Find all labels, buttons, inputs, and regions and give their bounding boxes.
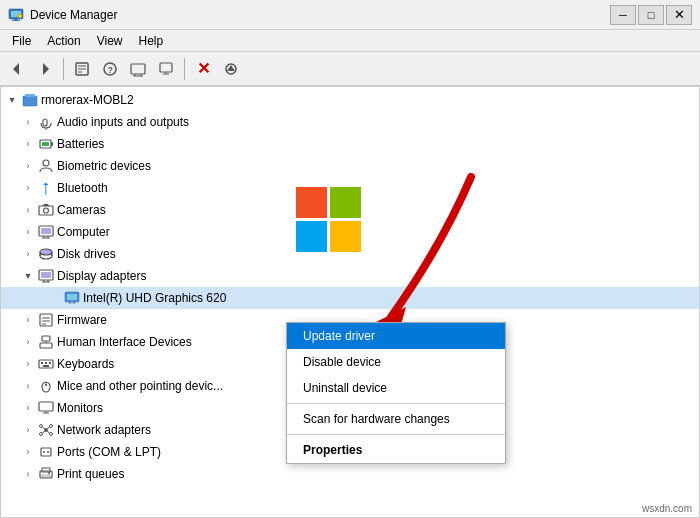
svg-point-71	[40, 433, 43, 436]
computer-icon	[38, 224, 54, 240]
svg-rect-42	[41, 272, 51, 278]
svg-rect-22	[23, 96, 37, 106]
svg-rect-13	[131, 64, 145, 74]
svg-rect-33	[41, 228, 51, 234]
keyboards-expand-icon: ›	[21, 357, 35, 371]
svg-rect-47	[67, 294, 77, 300]
menu-view[interactable]: View	[89, 32, 131, 50]
svg-rect-61	[43, 365, 49, 367]
audio-icon	[38, 114, 54, 130]
batteries-label: Batteries	[57, 137, 104, 151]
context-menu-disable-device[interactable]: Disable device	[287, 349, 505, 375]
svg-line-76	[48, 431, 50, 434]
svg-point-64	[45, 384, 47, 386]
svg-point-29	[43, 160, 49, 166]
monitors-expand-icon: ›	[21, 401, 35, 415]
help-button[interactable]: ?	[97, 56, 123, 82]
firmware-icon	[38, 312, 54, 328]
cameras-icon	[38, 202, 54, 218]
tree-item-audio[interactable]: › Audio inputs and outputs	[1, 111, 699, 133]
svg-rect-3	[12, 20, 20, 21]
network-button[interactable]	[125, 56, 151, 82]
svg-marker-6	[43, 63, 49, 75]
context-menu-scan-hardware[interactable]: Scan for hardware changes	[287, 406, 505, 432]
close-button[interactable]: ✕	[666, 5, 692, 25]
computer-label: Computer	[57, 225, 110, 239]
svg-marker-21	[227, 65, 235, 71]
tree-item-printqueues[interactable]: › Print queues	[1, 463, 699, 485]
context-menu-sep-2	[287, 434, 505, 435]
svg-rect-54	[42, 336, 50, 341]
minimize-button[interactable]: ─	[610, 5, 636, 25]
ports-icon	[38, 444, 54, 460]
svg-rect-58	[41, 362, 43, 364]
audio-label: Audio inputs and outputs	[57, 115, 189, 129]
toolbar-separator-1	[63, 58, 64, 80]
delete-button[interactable]: ✕	[190, 56, 216, 82]
mice-expand-icon: ›	[21, 379, 35, 393]
svg-rect-24	[43, 119, 47, 126]
printqueues-label: Print queues	[57, 467, 124, 481]
ports-label: Ports (COM & LPT)	[57, 445, 161, 459]
humaninterface-label: Human Interface Devices	[57, 335, 192, 349]
svg-point-38	[40, 249, 52, 255]
app-icon	[8, 7, 24, 23]
context-menu-sep-1	[287, 403, 505, 404]
svg-rect-65	[39, 402, 53, 411]
displayadapters-expand-icon: ▼	[21, 269, 35, 283]
tree-item-biometric[interactable]: › Biometric devices	[1, 155, 699, 177]
maximize-button[interactable]: □	[638, 5, 664, 25]
tree-item-batteries[interactable]: › Batteries	[1, 133, 699, 155]
menu-action[interactable]: Action	[39, 32, 88, 50]
svg-point-72	[50, 433, 53, 436]
computer-button[interactable]	[153, 56, 179, 82]
win-quad-red	[296, 187, 327, 218]
svg-rect-77	[41, 448, 51, 456]
context-menu-update-driver[interactable]: Update driver	[287, 323, 505, 349]
tree-item-displayadapters[interactable]: ▼ Display adapters	[1, 265, 699, 287]
menu-help[interactable]: Help	[131, 32, 172, 50]
forward-button[interactable]	[32, 56, 58, 82]
inteluhd-expand-icon	[47, 291, 61, 305]
diskdrives-icon	[38, 246, 54, 262]
firmware-label: Firmware	[57, 313, 107, 327]
root-expand-icon: ▼	[5, 93, 19, 107]
context-menu-uninstall-device[interactable]: Uninstall device	[287, 375, 505, 401]
context-menu: Update driver Disable device Uninstall d…	[286, 322, 506, 464]
svg-point-31	[44, 208, 49, 213]
back-button[interactable]	[4, 56, 30, 82]
svg-rect-17	[160, 63, 172, 72]
svg-rect-27	[51, 142, 53, 146]
diskdrives-expand-icon: ›	[21, 247, 35, 261]
biometric-expand-icon: ›	[21, 159, 35, 173]
update-button[interactable]	[218, 56, 244, 82]
inteluhd-icon	[64, 290, 80, 306]
menu-file[interactable]: File	[4, 32, 39, 50]
biometric-label: Biometric devices	[57, 159, 151, 173]
menu-bar: File Action View Help	[0, 30, 700, 52]
window-controls: ─ □ ✕	[610, 5, 692, 25]
firmware-expand-icon: ›	[21, 313, 35, 327]
properties-button[interactable]	[69, 56, 95, 82]
monitors-label: Monitors	[57, 401, 103, 415]
mice-icon	[38, 378, 54, 394]
printqueues-expand-icon: ›	[21, 467, 35, 481]
tree-item-inteluhd[interactable]: Intel(R) UHD Graphics 620	[1, 287, 699, 309]
displayadapters-icon	[38, 268, 54, 284]
context-menu-properties[interactable]: Properties	[287, 437, 505, 463]
svg-point-79	[47, 451, 49, 453]
svg-point-69	[40, 425, 43, 428]
svg-point-78	[43, 451, 45, 453]
svg-rect-55	[40, 343, 52, 348]
svg-text:?: ?	[108, 65, 114, 75]
main-content: ▼ rmorerax-MOBL2 › Audio inputs and outp…	[0, 86, 700, 518]
keyboards-label: Keyboards	[57, 357, 114, 371]
toolbar-separator-2	[184, 58, 185, 80]
svg-line-74	[48, 427, 50, 430]
displayadapters-label: Display adapters	[57, 269, 146, 283]
svg-rect-59	[45, 362, 47, 364]
svg-point-70	[50, 425, 53, 428]
svg-rect-60	[49, 362, 51, 364]
cameras-expand-icon: ›	[21, 203, 35, 217]
tree-root[interactable]: ▼ rmorerax-MOBL2	[1, 89, 699, 111]
